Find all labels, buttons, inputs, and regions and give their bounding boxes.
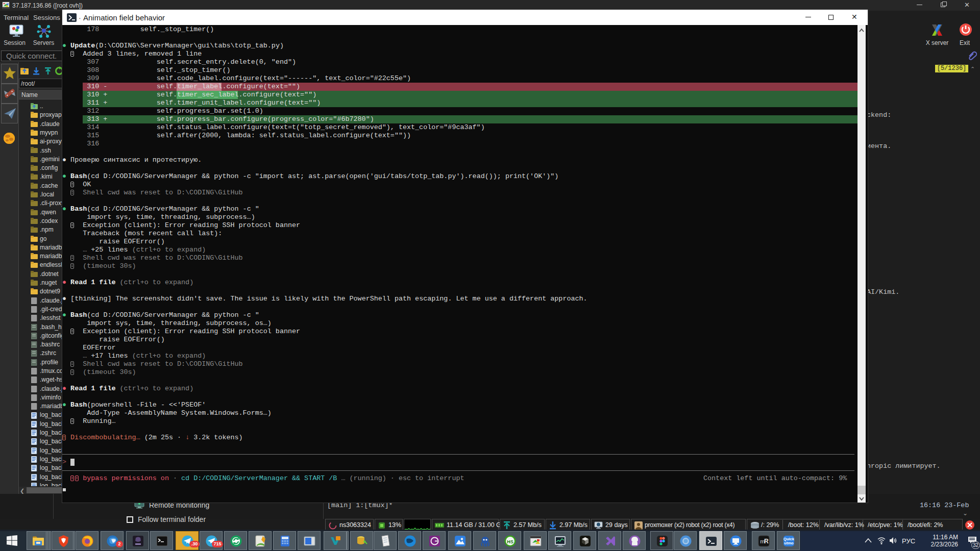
svg-text:HS: HS [507, 539, 513, 544]
svg-text:R: R [764, 538, 769, 545]
svg-text:utmo: utmo [784, 541, 794, 545]
